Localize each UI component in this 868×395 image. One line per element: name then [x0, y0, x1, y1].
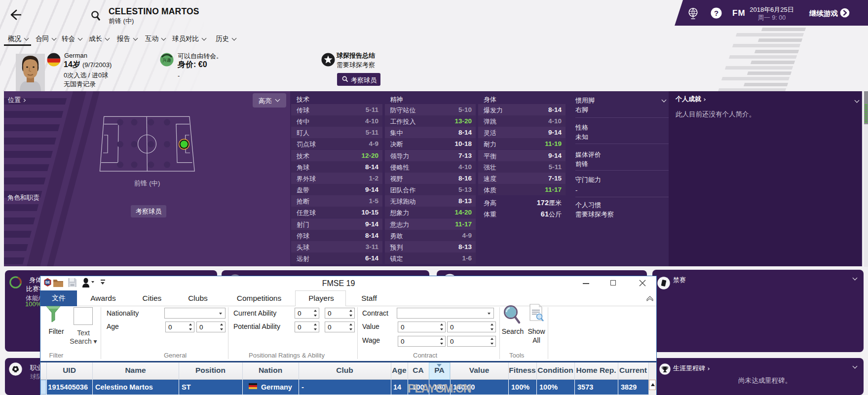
svg-text:SE: SE	[45, 281, 50, 284]
svg-text:?: ?	[714, 9, 718, 17]
svg-text:兴趣: 兴趣	[162, 58, 171, 63]
